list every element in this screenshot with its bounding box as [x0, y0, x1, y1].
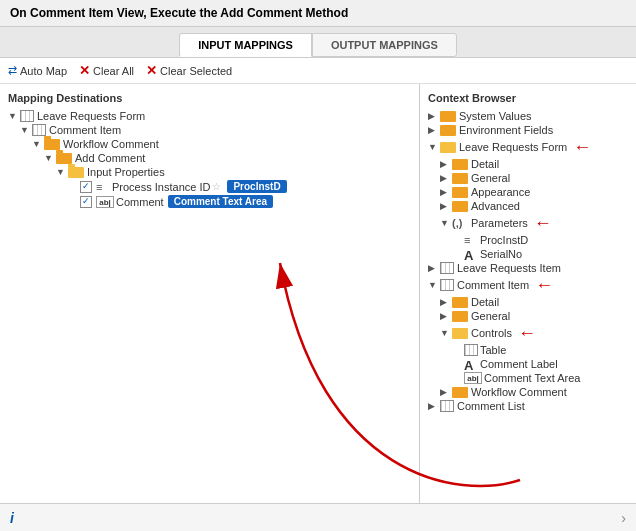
clear-all-button[interactable]: ✕ Clear All	[79, 63, 134, 78]
abc-icon: ab|	[464, 372, 482, 384]
procinstd-badge: ProcInstD	[227, 180, 286, 193]
expand-arrow	[440, 218, 452, 228]
red-arrow-comment-item: ←	[535, 276, 553, 294]
left-panel: Mapping Destinations Leave Requests Form…	[0, 84, 420, 525]
expand-arrow	[428, 280, 440, 290]
expand-arrow	[428, 142, 440, 152]
grid-icon	[440, 262, 454, 274]
expand-arrow	[440, 201, 452, 211]
a-icon: A	[464, 358, 478, 370]
tree-item-add-comment[interactable]: Add Comment	[0, 151, 419, 165]
bottom-bar: i ›	[0, 503, 636, 531]
tree-item-system-values[interactable]: System Values	[420, 109, 636, 123]
tree-item-general-r[interactable]: General	[420, 309, 636, 323]
clear-selected-label: Clear Selected	[160, 65, 232, 77]
expand-arrow	[440, 328, 452, 338]
right-panel: Context Browser System Values Environmen…	[420, 84, 636, 525]
tree-item-controls[interactable]: Controls ←	[420, 323, 636, 343]
expand-arrow	[440, 311, 452, 321]
tree-item-table[interactable]: Table	[420, 343, 636, 357]
tree-item-advanced[interactable]: Advanced	[420, 199, 636, 213]
left-panel-header: Mapping Destinations	[0, 89, 419, 109]
scroll-arrow[interactable]: ›	[621, 510, 626, 526]
folder-icon	[44, 139, 60, 150]
tree-item-procinstd[interactable]: ≡ ProcInstD	[420, 233, 636, 247]
expand-arrow	[20, 125, 32, 135]
checkbox-process-instance[interactable]	[80, 181, 92, 193]
param-icon: (,)	[452, 217, 468, 229]
tree-item-comment-label[interactable]: A Comment Label	[420, 357, 636, 371]
folder-open-icon	[440, 142, 456, 153]
tree-item-comment-item-r[interactable]: Comment Item ←	[420, 275, 636, 295]
expand-arrow	[428, 125, 440, 135]
tree-item-parameters[interactable]: (,) Parameters ←	[420, 213, 636, 233]
tab-output[interactable]: OUTPUT MAPPINGS	[312, 33, 457, 57]
tree-item-serialno[interactable]: A SerialNo	[420, 247, 636, 261]
folder-icon	[452, 173, 468, 184]
grid-icon	[440, 400, 454, 412]
folder-open-icon	[68, 167, 84, 178]
toolbar: ⇄ Auto Map ✕ Clear All ✕ Clear Selected	[0, 58, 636, 84]
tree-item-workflow-comment-r[interactable]: Workflow Comment	[420, 385, 636, 399]
list-icon: ≡	[464, 234, 478, 246]
tree-item-general[interactable]: General	[420, 171, 636, 185]
folder-icon	[452, 187, 468, 198]
expand-arrow	[428, 401, 440, 411]
tree-item-process-instance-id[interactable]: ≡ Process Instance ID ☆ ProcInstD	[0, 179, 419, 194]
tree-item-comment-list[interactable]: Comment List	[420, 399, 636, 413]
expand-arrow	[440, 159, 452, 169]
grid-icon	[32, 124, 46, 136]
tabs-row: INPUT MAPPINGS OUTPUT MAPPINGS	[0, 27, 636, 58]
tree-item-environment-fields[interactable]: Environment Fields	[420, 123, 636, 137]
tree-item-workflow-comment[interactable]: Workflow Comment	[0, 137, 419, 151]
tree-item-comment-item[interactable]: Comment Item	[0, 123, 419, 137]
tree-item-detail[interactable]: Detail	[420, 157, 636, 171]
page-title: On Comment Item View, Execute the Add Co…	[10, 6, 348, 20]
clear-selected-button[interactable]: ✕ Clear Selected	[146, 63, 232, 78]
right-panel-header: Context Browser	[420, 89, 636, 109]
tree-item-leave-requests-item[interactable]: Leave Requests Item	[420, 261, 636, 275]
red-arrow-controls: ←	[518, 324, 536, 342]
tree-item-leave-requests-form[interactable]: Leave Requests Form	[0, 109, 419, 123]
red-arrow-parameters: ←	[534, 214, 552, 232]
folder-icon	[452, 297, 468, 308]
grid-icon	[440, 279, 454, 291]
clear-all-label: Clear All	[93, 65, 134, 77]
automap-button[interactable]: ⇄ Auto Map	[8, 64, 67, 77]
folder-icon	[452, 159, 468, 170]
expand-arrow	[440, 173, 452, 183]
checkbox-comment[interactable]	[80, 196, 92, 208]
grid-icon	[464, 344, 478, 356]
automap-label: Auto Map	[20, 65, 67, 77]
tab-input[interactable]: INPUT MAPPINGS	[179, 33, 312, 57]
info-icon: i	[10, 510, 14, 526]
star-indicator: ☆	[212, 181, 221, 192]
expand-arrow	[440, 387, 452, 397]
expand-arrow	[8, 111, 20, 121]
folder-icon	[440, 111, 456, 122]
folder-icon	[452, 311, 468, 322]
clear-selected-icon: ✕	[146, 63, 157, 78]
automap-icon: ⇄	[8, 64, 17, 77]
expand-arrow	[56, 167, 68, 177]
abc-icon: ab|	[96, 196, 114, 208]
comment-text-area-badge: Comment Text Area	[168, 195, 273, 208]
expand-arrow	[32, 139, 44, 149]
clear-all-icon: ✕	[79, 63, 90, 78]
tree-item-leave-requests-form-r[interactable]: Leave Requests Form ←	[420, 137, 636, 157]
folder-icon	[440, 125, 456, 136]
folder-icon	[452, 387, 468, 398]
expand-arrow	[44, 153, 56, 163]
expand-arrow	[428, 111, 440, 121]
folder-open-icon	[452, 328, 468, 339]
a-icon: A	[464, 248, 478, 260]
tree-item-detail-r[interactable]: Detail	[420, 295, 636, 309]
main-content: Mapping Destinations Leave Requests Form…	[0, 84, 636, 525]
tree-item-comment[interactable]: ab| Comment Comment Text Area	[0, 194, 419, 209]
tree-item-comment-text-area[interactable]: ab| Comment Text Area	[420, 371, 636, 385]
expand-arrow	[428, 263, 440, 273]
grid-icon	[20, 110, 34, 122]
tree-item-input-properties[interactable]: Input Properties	[0, 165, 419, 179]
tree-item-appearance[interactable]: Appearance	[420, 185, 636, 199]
title-bar: On Comment Item View, Execute the Add Co…	[0, 0, 636, 27]
